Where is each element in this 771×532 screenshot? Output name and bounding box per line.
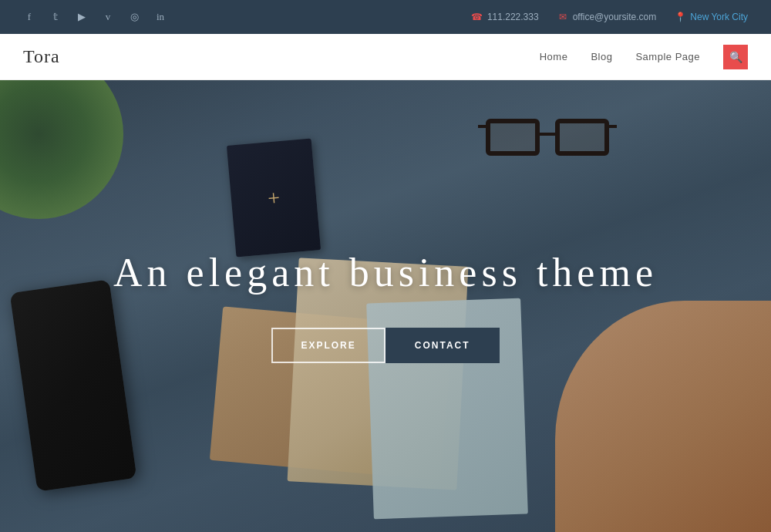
hero-title: An elegant business theme (113, 249, 658, 297)
hero-section: An elegant business theme EXPLORE CONTAC… (0, 80, 771, 532)
hero-buttons: EXPLORE CONTACT (271, 328, 499, 363)
top-bar: f 𝕥 ▶ v ◎ in ☎ 111.222.333 ✉ office@your… (0, 0, 771, 34)
navbar: Tora Home Blog Sample Page 🔍 (0, 34, 771, 80)
twitter-icon[interactable]: 𝕥 (49, 11, 62, 23)
phone-info: ☎ 111.222.333 (472, 12, 539, 22)
hero-content: An elegant business theme EXPLORE CONTAC… (113, 249, 658, 363)
explore-button[interactable]: EXPLORE (271, 328, 385, 363)
location-info: 📍 New York City (675, 12, 748, 22)
location-text: New York City (690, 12, 748, 22)
contact-button[interactable]: CONTACT (386, 328, 500, 363)
vimeo-icon[interactable]: v (102, 11, 114, 23)
phone-icon: ☎ (472, 12, 483, 22)
instagram-icon[interactable]: ◎ (128, 11, 140, 23)
nav-links: Home Blog Sample Page 🔍 (540, 45, 748, 69)
facebook-icon[interactable]: f (23, 11, 35, 23)
social-links: f 𝕥 ▶ v ◎ in (23, 11, 167, 23)
glasses-prop (478, 111, 617, 165)
nav-home[interactable]: Home (540, 51, 568, 62)
search-button[interactable]: 🔍 (723, 45, 748, 69)
search-icon: 🔍 (729, 51, 742, 63)
email-address: office@yoursite.com (573, 12, 657, 22)
nav-sample-page[interactable]: Sample Page (635, 51, 700, 62)
nav-blog[interactable]: Blog (591, 51, 612, 62)
linkedin-icon[interactable]: in (154, 11, 167, 23)
location-icon: 📍 (675, 12, 685, 22)
site-logo[interactable]: Tora (23, 46, 60, 67)
youtube-icon[interactable]: ▶ (76, 11, 88, 23)
email-info: ✉ office@yoursite.com (557, 12, 657, 22)
email-icon: ✉ (557, 12, 568, 22)
phone-number: 111.222.333 (487, 12, 539, 22)
contact-info: ☎ 111.222.333 ✉ office@yoursite.com 📍 Ne… (472, 12, 748, 22)
notebook-prop (227, 138, 321, 257)
